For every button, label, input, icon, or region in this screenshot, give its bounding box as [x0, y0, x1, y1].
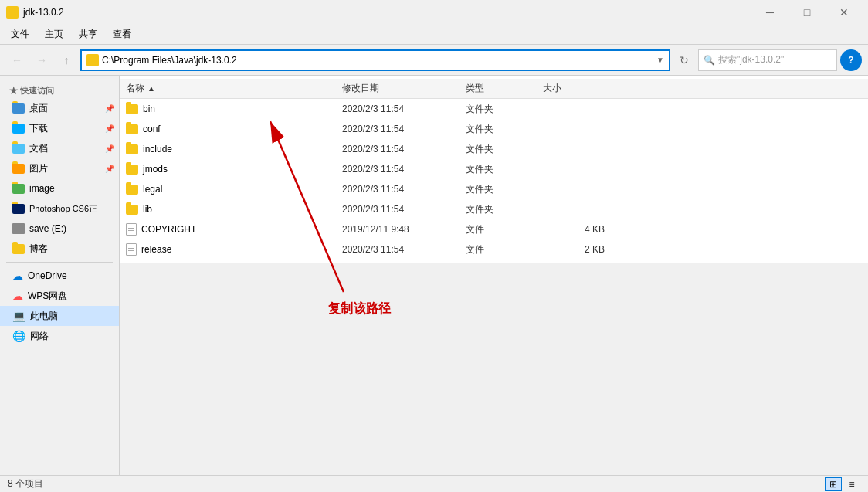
sidebar-item-image[interactable]: image [0, 178, 119, 198]
address-text: C:\Program Files\Java\jdk-13.0.2 [102, 55, 653, 66]
image-folder-icon [12, 184, 25, 194]
menu-view[interactable]: 查看 [105, 26, 139, 43]
sidebar-item-label: image [29, 183, 55, 194]
sidebar-item-label: 网络 [30, 330, 49, 343]
pin-icon: 📌 [105, 144, 114, 153]
help-button[interactable]: ? [840, 49, 862, 71]
status-bar: 8 个项目 ⊞ ≡ [0, 475, 868, 492]
sidebar-item-drive-e[interactable]: save (E:) [0, 219, 119, 239]
folder-icon [126, 144, 138, 154]
table-row[interactable]: bin 2020/2/3 11:54 文件夹 [120, 99, 868, 119]
table-row[interactable]: jmods 2020/2/3 11:54 文件夹 [120, 159, 868, 179]
sidebar: ★ 快速访问 桌面 📌 下载 📌 文档 📌 图片 📌 image P [0, 76, 120, 475]
sidebar-item-label: 下载 [29, 122, 48, 135]
window-icon [6, 6, 19, 19]
sidebar-item-computer[interactable]: 💻 此电脑 [0, 306, 119, 326]
folder-icon [126, 124, 138, 134]
menu-share[interactable]: 共享 [71, 26, 105, 43]
table-row[interactable]: conf 2020/2/3 11:54 文件夹 [120, 119, 868, 139]
address-dropdown-icon[interactable]: ▼ [656, 56, 664, 64]
sidebar-item-label: Photoshop CS6正 [29, 203, 97, 215]
col-header-type[interactable]: 类型 [466, 82, 543, 95]
sidebar-item-photoshop[interactable]: Photoshop CS6正 [0, 198, 119, 219]
folder-icon [126, 205, 138, 215]
sidebar-item-label: 博客 [29, 243, 48, 256]
col-header-size[interactable]: 大小 [543, 82, 605, 95]
sidebar-item-label: 文档 [29, 142, 48, 155]
table-row[interactable]: lib 2020/2/3 11:54 文件夹 [120, 199, 868, 219]
status-count: 8 个项目 [8, 477, 43, 490]
quick-access-title: ★ 快速访问 [0, 82, 119, 98]
window-controls: ─ □ ✕ [752, 0, 862, 25]
sidebar-item-download[interactable]: 下载 📌 [0, 118, 119, 138]
blog-folder-icon [12, 244, 25, 254]
address-bar[interactable]: C:\Program Files\Java\jdk-13.0.2 ▼ [80, 49, 670, 71]
folder-icon [126, 185, 138, 195]
download-folder-icon [12, 124, 25, 134]
table-row[interactable]: legal 2020/2/3 11:54 文件夹 [120, 179, 868, 199]
search-icon: 🔍 [704, 55, 715, 66]
main-container: ★ 快速访问 桌面 📌 下载 📌 文档 📌 图片 📌 image P [0, 76, 868, 475]
col-header-date[interactable]: 修改日期 [342, 82, 466, 95]
menu-home[interactable]: 主页 [37, 26, 71, 43]
drive-icon [12, 223, 25, 234]
up-button[interactable]: ↑ [56, 49, 77, 71]
sidebar-item-docs[interactable]: 文档 📌 [0, 138, 119, 158]
file-content-area: 名称 ▲ 修改日期 类型 大小 bin 2020/2/3 11:54 文件夹 c… [120, 76, 868, 475]
sidebar-item-wps[interactable]: ☁ WPS网盘 [0, 286, 119, 306]
col-header-name[interactable]: 名称 ▲ [126, 82, 342, 95]
sidebar-item-label: 桌面 [29, 102, 48, 115]
view-grid-button[interactable]: ⊞ [825, 477, 842, 491]
pin-icon: 📌 [105, 124, 114, 133]
sidebar-item-label: save (E:) [29, 223, 66, 234]
pin-icon: 📌 [105, 165, 114, 173]
folder-icon [126, 165, 138, 175]
maximize-button[interactable]: □ [789, 0, 825, 25]
back-button[interactable]: ← [6, 49, 28, 71]
table-row[interactable]: include 2020/2/3 11:54 文件夹 [120, 139, 868, 159]
refresh-button[interactable]: ↻ [673, 49, 695, 71]
menu-bar: 文件 主页 共享 查看 [0, 25, 868, 45]
sidebar-item-blog[interactable]: 博客 [0, 239, 119, 259]
desktop-folder-icon [12, 103, 25, 114]
ps-folder-icon [12, 204, 25, 214]
sidebar-item-network[interactable]: 🌐 网络 [0, 326, 119, 346]
table-row[interactable]: COPYRIGHT 2019/12/11 9:48 文件 4 KB [120, 219, 868, 239]
folder-icon [126, 104, 138, 114]
view-list-button[interactable]: ≡ [843, 477, 860, 491]
sidebar-item-label: OneDrive [28, 270, 67, 281]
file-icon [126, 223, 137, 236]
sidebar-item-label: 图片 [29, 162, 48, 175]
title-bar: jdk-13.0.2 ─ □ ✕ [0, 0, 868, 25]
minimize-button[interactable]: ─ [752, 0, 788, 25]
network-icon: 🌐 [12, 330, 25, 342]
file-list-header: 名称 ▲ 修改日期 类型 大小 [120, 79, 868, 99]
search-placeholder: 搜索"jdk-13.0.2" [718, 53, 784, 66]
sidebar-item-onedrive[interactable]: ☁ OneDrive [0, 266, 119, 286]
docs-folder-icon [12, 144, 25, 154]
toolbar: ← → ↑ C:\Program Files\Java\jdk-13.0.2 ▼… [0, 45, 868, 76]
menu-file[interactable]: 文件 [3, 26, 37, 43]
pictures-folder-icon [12, 164, 25, 174]
window-title: jdk-13.0.2 [23, 7, 64, 18]
sidebar-item-desktop[interactable]: 桌面 📌 [0, 98, 119, 118]
view-controls: ⊞ ≡ [825, 477, 860, 491]
sidebar-item-pictures[interactable]: 图片 📌 [0, 158, 119, 178]
sidebar-separator [6, 262, 113, 263]
computer-icon: 💻 [12, 310, 25, 322]
wps-icon: ☁ [12, 290, 23, 302]
pin-icon: 📌 [105, 104, 114, 113]
file-icon [126, 243, 137, 256]
sidebar-item-label: 此电脑 [30, 310, 58, 323]
search-bar[interactable]: 🔍 搜索"jdk-13.0.2" [698, 49, 837, 71]
forward-button[interactable]: → [31, 49, 53, 71]
onedrive-icon: ☁ [12, 270, 23, 282]
sidebar-item-label: WPS网盘 [28, 290, 67, 303]
file-list: 名称 ▲ 修改日期 类型 大小 bin 2020/2/3 11:54 文件夹 c… [120, 76, 868, 263]
address-folder-icon [86, 54, 99, 66]
table-row[interactable]: release 2020/2/3 11:54 文件 2 KB [120, 239, 868, 260]
close-button[interactable]: ✕ [826, 0, 862, 25]
svg-text:复制该路径: 复制该路径 [328, 300, 392, 316]
